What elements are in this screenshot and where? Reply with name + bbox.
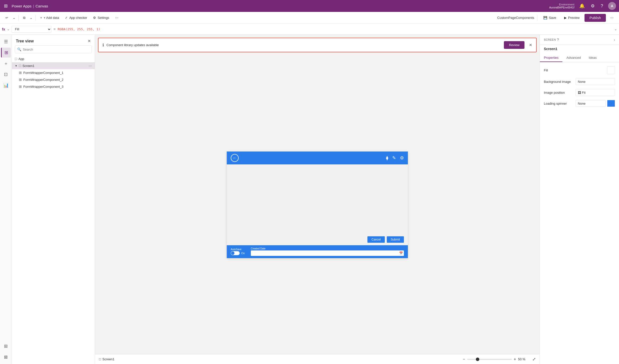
toolbar: ↩ ⌄ ⧉ ⌄ + + Add data ✓ App checker ⚙ Set… <box>0 12 619 24</box>
cancel-button-app[interactable]: Cancel <box>367 236 385 243</box>
variables-button[interactable]: ⊠ <box>1 352 11 362</box>
more-button[interactable]: ⋯ <box>113 14 121 21</box>
formula-input[interactable] <box>58 26 612 33</box>
tab-properties[interactable]: Properties <box>540 54 562 62</box>
zoom-plus-button[interactable]: + <box>514 357 516 362</box>
action-buttons: Cancel Submit <box>367 236 404 243</box>
tree-item-form2[interactable]: ⊞ FormWrapperComponent_2 <box>12 76 95 83</box>
formula-expand-icon[interactable]: ⌄ <box>614 27 617 31</box>
add-data-label: + Add data <box>44 16 59 20</box>
autosave-section: AutoSave On <box>231 248 245 255</box>
avatar[interactable]: A <box>608 2 616 10</box>
autosave-toggle[interactable] <box>231 251 240 255</box>
notification-icon[interactable]: 🔔 <box>578 2 586 10</box>
insert-button[interactable]: ＋ <box>1 59 11 68</box>
publish-button[interactable]: Publish <box>585 14 606 22</box>
app-checker-button[interactable]: ✓ App checker <box>63 14 90 21</box>
right-panel: SCREEN ? › Screen1 Properties Advanced I… <box>540 35 619 364</box>
left-sidebar-icons: ☰ ⊞ ＋ ⊡ 📊 ⊞ ⊠ <box>0 35 12 364</box>
save-icon: 💾 <box>543 16 547 20</box>
add-data-button[interactable]: + + Add data <box>38 14 62 21</box>
submit-button-app[interactable]: Submit <box>387 236 404 243</box>
copy-dropdown[interactable]: ⌄ <box>29 14 33 21</box>
right-panel-body: Fill Background image None Image positio… <box>540 62 619 111</box>
app-checker-label: App checker <box>69 16 87 20</box>
undo-dropdown[interactable]: ⌄ <box>12 14 16 21</box>
tree-item-app[interactable]: □ App <box>12 55 95 62</box>
layers-button[interactable]: ⊞ <box>1 48 11 58</box>
fx-chevron[interactable]: ⌄ <box>7 27 10 31</box>
bg-image-select[interactable]: None <box>576 78 615 85</box>
app-body: Cancel Submit <box>227 164 408 245</box>
tree-close-button[interactable]: ✕ <box>88 39 91 43</box>
tree-item-screen1[interactable]: ▼ □ Screen1 ⋯ <box>12 62 95 69</box>
settings-button[interactable]: ⚙ Settings <box>91 14 112 21</box>
zoom-controls: − + 50 % ⤢ <box>463 357 536 362</box>
app-header: ← ⧫ ✎ ⚙ <box>227 152 408 164</box>
tree-items: □ App ▼ □ Screen1 ⋯ ⊞ FormWrapperCompone… <box>12 55 95 364</box>
page-name: CustomPageComponents <box>497 16 534 20</box>
preview-button[interactable]: ▶ Preview <box>561 14 583 21</box>
analytics-button[interactable]: 📊 <box>1 80 11 90</box>
hamburger-button[interactable]: ☰ <box>1 37 11 47</box>
fill-label: Fill <box>544 68 574 72</box>
toolbar-more-button[interactable]: ⋯ <box>608 14 616 21</box>
fill-select[interactable]: Fill <box>12 26 51 33</box>
alert-text: Component library updates available <box>106 43 501 47</box>
image-position-label: Image position <box>544 91 574 94</box>
settings-label: Settings <box>98 16 109 20</box>
undo-button[interactable]: ↩ <box>3 14 11 21</box>
toolbar-right: CustomPageComponents 💾 Save ▶ Preview Pu… <box>497 14 616 22</box>
preview-icon: ▶ <box>564 16 567 20</box>
form1-icon: ⊞ <box>19 71 22 75</box>
autosave-label: AutoSave <box>231 248 245 251</box>
calendar-icon: 📅 <box>399 251 403 255</box>
tab-ideas[interactable]: Ideas <box>585 54 601 62</box>
toggle-thumb <box>231 251 234 255</box>
screen-indicator-icon: □ <box>99 357 101 361</box>
screen1-label: Screen1 <box>22 64 34 68</box>
date-input[interactable]: 📅 <box>251 250 404 256</box>
waffle-icon[interactable]: ⊞ <box>3 2 9 10</box>
toolbar-divider-3 <box>537 15 537 21</box>
back-button[interactable]: ← <box>231 154 239 162</box>
zoom-slider[interactable] <box>467 359 512 360</box>
toolbar-divider-2 <box>35 15 36 21</box>
alert-close-button[interactable]: ✕ <box>529 43 532 47</box>
screen1-more-icon[interactable]: ⋯ <box>89 64 92 68</box>
top-navigation: ⊞ Power Apps | Canvas Environment Aurora… <box>0 0 619 12</box>
tree-panel: Tree view ✕ 🔍 □ App ▼ □ Screen1 ⋯ ⊞ Form <box>12 35 95 364</box>
copy-button[interactable]: ⧉ <box>21 14 28 21</box>
canvas-content: ← ⧫ ✎ ⚙ Cancel Submit <box>95 55 540 354</box>
components-button[interactable]: ⊞ <box>1 341 11 351</box>
screen-indicator-label: Screen1 <box>102 357 114 361</box>
filter-icon[interactable]: ⧫ <box>386 155 388 161</box>
tab-advanced[interactable]: Advanced <box>562 54 585 62</box>
main-layout: ☰ ⊞ ＋ ⊡ 📊 ⊞ ⊠ Tree view ✕ 🔍 □ App ▼ □ <box>0 35 619 364</box>
screen-frame: ← ⧫ ✎ ⚙ Cancel Submit <box>227 152 408 258</box>
tree-item-form1[interactable]: ⊞ FormWrapperComponent_1 <box>12 69 95 76</box>
equals-sign: = <box>53 27 56 31</box>
expand-right-icon[interactable]: › <box>614 38 615 42</box>
fill-color-swatch[interactable] <box>607 66 615 74</box>
edit-icon[interactable]: ✎ <box>392 155 396 161</box>
tree-search-box: 🔍 <box>15 45 92 53</box>
image-position-select[interactable]: 🖼 Fit <box>576 89 615 96</box>
zoom-level: 50 % <box>518 357 530 361</box>
settings-nav-icon[interactable]: ⚙ <box>590 2 596 10</box>
loading-spinner-color-swatch[interactable] <box>607 100 615 107</box>
settings-app-icon[interactable]: ⚙ <box>400 155 404 161</box>
zoom-minus-button[interactable]: − <box>463 357 465 362</box>
data-button[interactable]: ⊡ <box>1 69 11 79</box>
expand-canvas-button[interactable]: ⤢ <box>532 357 536 362</box>
search-input[interactable] <box>23 48 90 51</box>
help-icon[interactable]: ? <box>600 2 604 10</box>
tree-item-form3[interactable]: ⊞ FormWrapperComponent_3 <box>12 83 95 90</box>
save-button[interactable]: 💾 Save <box>540 14 559 21</box>
canvas-area: ℹ Component library updates available Re… <box>95 35 540 364</box>
background-image-row: Background image None <box>544 78 615 85</box>
review-button[interactable]: Review <box>504 41 524 49</box>
tree-header: Tree view ✕ <box>12 35 95 45</box>
loading-spinner-select[interactable]: None <box>576 100 606 107</box>
help-circle-icon[interactable]: ? <box>557 38 559 42</box>
